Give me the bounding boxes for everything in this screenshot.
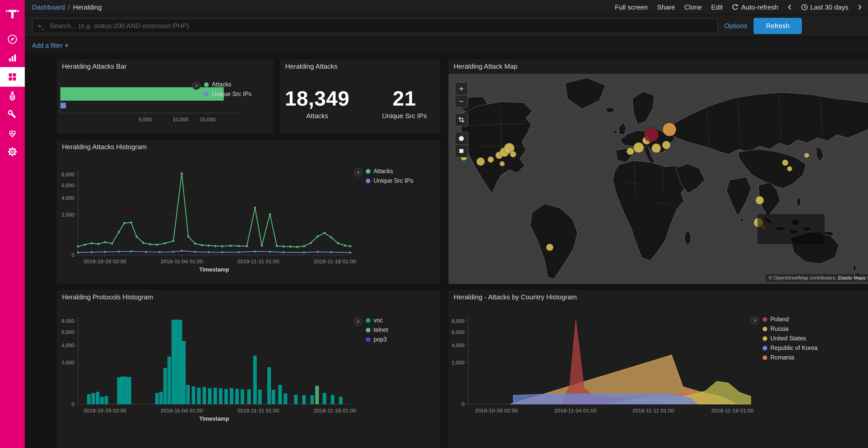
svg-text:2,000: 2,000 xyxy=(61,360,74,366)
legend-color-dot xyxy=(762,232,766,237)
legend-label: Attacks xyxy=(374,168,393,175)
svg-text:2018-11-18 01:00: 2018-11-18 01:00 xyxy=(314,408,356,413)
breadcrumb-current: Heralding xyxy=(73,3,101,11)
rectangle-tool-icon xyxy=(458,148,464,154)
panel-title: Heralding Attack Map xyxy=(448,59,868,73)
legend-item[interactable]: pop3 xyxy=(366,336,388,343)
metric-label: Unique Src IPs xyxy=(373,112,435,120)
legend-item[interactable]: Russia xyxy=(763,325,817,333)
legend-color-dot xyxy=(366,318,370,323)
map-legend-row xyxy=(762,218,820,223)
polygon-tool-icon xyxy=(458,135,464,141)
svg-text:4,000: 4,000 xyxy=(61,195,74,201)
legend-color-dot xyxy=(366,169,370,174)
svg-text:2018-10-28 02:00: 2018-10-28 02:00 xyxy=(475,408,518,413)
legend-color-dot xyxy=(763,346,767,350)
legend-toggle-icon[interactable] xyxy=(192,81,200,90)
svg-text:Timestamp: Timestamp xyxy=(199,266,229,273)
legend-item[interactable]: Attacks xyxy=(366,168,413,175)
add-filter-label: Add a filter xyxy=(32,42,63,49)
sidebar-item-tools[interactable] xyxy=(0,105,25,124)
map-draw-polygon-button[interactable] xyxy=(455,132,468,144)
query-options-link[interactable]: Options xyxy=(724,22,747,30)
sidebar-item-discover[interactable] xyxy=(0,30,25,48)
time-range-button[interactable]: Last 30 days xyxy=(801,3,848,11)
chevron-right-icon xyxy=(858,4,862,10)
time-range-label: Last 30 days xyxy=(810,3,848,11)
elastic-maps-attribution[interactable]: Elastic Maps Service xyxy=(838,275,868,280)
map-draw-rect-button[interactable] xyxy=(455,144,468,157)
wrench-icon xyxy=(7,109,18,120)
clone-button[interactable]: Clone xyxy=(684,3,702,11)
crop-icon xyxy=(458,116,465,123)
svg-text:2018-11-11 01:00: 2018-11-11 01:00 xyxy=(632,408,674,413)
app-root: Dashboard / Heralding Full screen Share … xyxy=(0,0,868,448)
map-fit-bounds-button[interactable] xyxy=(455,113,468,126)
heartbeat-icon xyxy=(7,128,18,138)
legend-toggle-icon[interactable] xyxy=(354,317,362,326)
legend-item[interactable]: United States xyxy=(763,335,817,342)
top-navbar: Dashboard / Heralding Full screen Share … xyxy=(25,0,868,15)
legend-color-dot xyxy=(204,82,209,87)
map-zoom-in-button[interactable]: + xyxy=(455,82,468,95)
country-histogram-legend: Poland Russia United States Republi xyxy=(751,316,817,361)
svg-text:2018-10-28 02:00: 2018-10-28 02:00 xyxy=(84,258,126,264)
svg-text:6,000: 6,000 xyxy=(61,329,74,335)
legend-label: telnet xyxy=(374,326,388,334)
legend-color-dot xyxy=(762,223,766,228)
legend-item[interactable]: Unique Src IPs xyxy=(366,177,413,184)
svg-text:2018-11-04 01:00: 2018-11-04 01:00 xyxy=(160,408,203,413)
breadcrumb-dashboard-link[interactable]: Dashboard xyxy=(32,3,65,11)
legend-color-dot xyxy=(204,92,209,97)
legend-label: Romania xyxy=(770,354,794,361)
metric-value: 21 xyxy=(373,87,435,110)
share-button[interactable]: Share xyxy=(657,3,675,11)
sidebar-item-dashboard[interactable] xyxy=(0,67,25,87)
svg-text:0: 0 xyxy=(71,252,74,258)
sidebar-item-monitoring[interactable] xyxy=(0,124,25,142)
world-map[interactable]: + − xyxy=(448,74,868,284)
legend-item[interactable]: Attacks xyxy=(204,81,251,88)
time-back-button[interactable] xyxy=(788,4,792,10)
legend-item[interactable]: Republic of Korea xyxy=(763,345,817,351)
legend-toggle-icon[interactable] xyxy=(751,316,759,325)
metric-unique-src-ips: 21 Unique Src IPs xyxy=(373,87,435,120)
time-forward-button[interactable] xyxy=(858,4,862,10)
refresh-button[interactable]: Refresh xyxy=(753,18,802,34)
map-zoom-out-button[interactable]: − xyxy=(455,95,468,107)
map-legend-row xyxy=(762,228,820,232)
search-input[interactable] xyxy=(49,22,712,30)
sidebar-item-visualize[interactable] xyxy=(0,48,25,67)
legend-label: United States xyxy=(770,335,806,342)
legend-item[interactable]: vnc xyxy=(366,317,388,324)
legend-color-dot xyxy=(762,237,766,242)
legend-color-dot xyxy=(763,336,767,341)
osm-attribution[interactable]: © OpenStreetMap contributors, xyxy=(769,275,836,280)
full-screen-button[interactable]: Full screen xyxy=(615,3,648,11)
panel-attack-map: Heralding Attack Map xyxy=(448,59,868,284)
auto-refresh-button[interactable]: Auto-refresh xyxy=(732,3,778,11)
legend-item[interactable]: Poland xyxy=(763,316,817,323)
legend-item[interactable]: telnet xyxy=(366,326,388,334)
svg-text:2018-11-04 01:00: 2018-11-04 01:00 xyxy=(160,258,203,264)
panel-attacks-metric: Heralding Attacks 18,349 Attacks 21 Uniq… xyxy=(280,59,440,134)
telekom-logo[interactable] xyxy=(0,0,25,27)
search-bar-row: >_ Options Refresh xyxy=(25,15,868,37)
sidebar-item-tpot[interactable] xyxy=(0,87,25,105)
metric-label: Attacks xyxy=(285,112,350,120)
legend-item[interactable]: Unique Src IPs xyxy=(204,91,251,98)
edit-button[interactable]: Edit xyxy=(711,3,723,11)
legend-toggle-icon[interactable] xyxy=(354,168,362,176)
legend-label: vnc xyxy=(374,317,383,324)
gear-icon xyxy=(7,146,18,157)
legend-color-dot xyxy=(763,327,767,331)
map-legend xyxy=(757,214,825,244)
dashboard-grid: Heralding Attacks Bar 5,00010,00015,000 … xyxy=(25,54,868,448)
legend-color-dot xyxy=(366,328,370,333)
legend-item[interactable]: Romania xyxy=(763,354,817,361)
svg-text:8,000: 8,000 xyxy=(61,172,74,177)
panel-title: Heralding Protocols Histogram xyxy=(57,290,440,304)
legend-color-dot xyxy=(763,317,767,322)
sidebar-item-management[interactable] xyxy=(0,142,25,161)
add-filter-link[interactable]: Add a filter + xyxy=(32,42,68,49)
